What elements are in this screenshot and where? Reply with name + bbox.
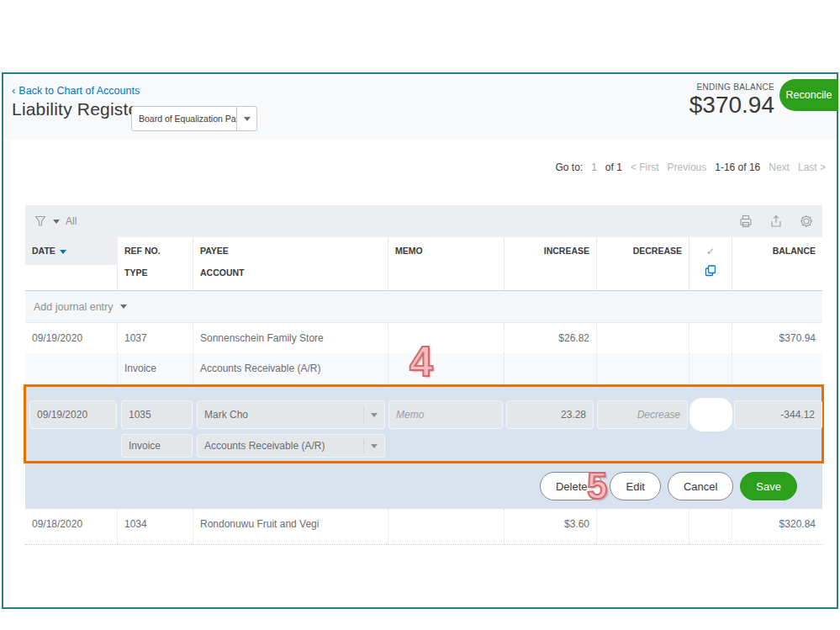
page-title: Liability Register <box>12 99 145 119</box>
column-header-check: ✓ <box>689 237 732 290</box>
account-header-label: ACCOUNT <box>200 267 245 278</box>
ref-header-label: REF NO. <box>124 246 161 256</box>
cell-payee: Sonnenschein Family Store <box>193 323 388 353</box>
column-header-refno-type: REF NO. TYPE <box>118 237 193 290</box>
save-button[interactable]: Save <box>740 472 797 500</box>
filter-bar: All <box>25 205 822 237</box>
annotation-step-5: 5 <box>587 465 607 507</box>
cell-date: 09/19/2020 <box>25 323 118 353</box>
back-link-label: Back to Chart of Accounts <box>18 85 140 97</box>
edit-type-value: Invoice <box>121 434 193 458</box>
sort-descending-icon <box>60 250 66 254</box>
cell-empty <box>25 353 118 384</box>
pagination: Go to: 1 of 1 < First Previous 1-16 of 1… <box>555 161 826 173</box>
row-range-label: 1-16 of 16 <box>715 161 760 173</box>
type-header-label: TYPE <box>124 267 147 278</box>
cell-increase: $26.82 <box>505 323 597 353</box>
add-journal-entry-button[interactable]: Add journal entry <box>25 291 822 323</box>
edit-button[interactable]: Edit <box>610 472 660 500</box>
cell-decrease <box>597 323 689 353</box>
page-count-label: of 1 <box>605 161 622 173</box>
page-number-input[interactable]: 1 <box>591 161 597 173</box>
cell-check <box>689 509 732 544</box>
liability-register-panel: ‹Back to Chart of Accounts Liability Reg… <box>2 72 838 609</box>
first-page-link[interactable]: < First <box>631 161 659 173</box>
chevron-down-icon <box>236 107 256 130</box>
add-journal-entry-label: Add journal entry <box>34 301 114 313</box>
cancel-button[interactable]: Cancel <box>668 472 733 500</box>
cell-empty <box>388 353 505 384</box>
cell-date: 09/18/2020 <box>25 509 118 544</box>
cell-ref: 1037 <box>118 323 193 353</box>
edit-actions-bar: Delete Edit Cancel Save <box>25 463 822 509</box>
edit-memo-field[interactable] <box>388 400 503 429</box>
column-header-memo: MEMO <box>388 237 505 290</box>
back-chevron-icon: ‹ <box>12 84 15 97</box>
filter-all-label: All <box>66 215 77 227</box>
payee-header-label: PAYEE <box>200 246 229 256</box>
edit-memo-input[interactable] <box>396 409 495 421</box>
edit-refno-field[interactable] <box>121 400 193 429</box>
column-header-date[interactable]: DATE <box>25 237 118 290</box>
cell-type: Invoice <box>118 353 193 384</box>
edit-decrease-input[interactable] <box>605 409 680 421</box>
column-header-payee-account: PAYEE ACCOUNT <box>193 237 388 290</box>
edit-refno-input[interactable] <box>129 409 185 421</box>
edit-increase-field[interactable] <box>506 400 594 429</box>
export-icon[interactable] <box>769 214 784 229</box>
table-row[interactable]: 09/18/2020 1034 Rondonuwu Fruit and Vegi… <box>25 509 822 545</box>
account-selector-dropdown[interactable]: Board of Equalization Payab <box>131 106 257 131</box>
filter-funnel-icon[interactable] <box>34 214 47 228</box>
annotation-step-4: 4 <box>409 337 433 386</box>
cell-increase: $3.60 <box>505 509 597 544</box>
checkmark-icon: ✓ <box>706 246 715 257</box>
last-page-link[interactable]: Last > <box>798 161 826 173</box>
balance-header-label: BALANCE <box>773 246 816 256</box>
account-selector-value: Board of Equalization Payab <box>132 114 236 124</box>
chevron-down-icon[interactable] <box>363 406 378 422</box>
previous-page-link[interactable]: Previous <box>668 161 707 173</box>
goto-label: Go to: <box>555 161 583 173</box>
date-header-label: DATE <box>32 246 55 256</box>
ending-balance-value: $370.94 <box>689 92 774 119</box>
ending-balance-label: ENDING BALANCE <box>696 82 774 92</box>
cell-payee: Rondonuwu Fruit and Vegi <box>193 509 388 544</box>
cell-empty <box>505 353 597 384</box>
decrease-header-label: DECREASE <box>633 246 682 256</box>
edit-decrease-field[interactable] <box>597 400 688 429</box>
column-header-balance: BALANCE <box>732 237 822 290</box>
reconcile-button[interactable]: Reconcile <box>779 79 838 111</box>
column-header-increase: INCREASE <box>505 237 597 290</box>
edit-account-dropdown[interactable]: Accounts Receivable (A/R) <box>197 434 385 458</box>
cell-balance: $370.94 <box>732 323 822 353</box>
cell-memo <box>388 509 505 544</box>
edit-payee-dropdown[interactable]: Mark Cho <box>197 400 385 429</box>
chevron-down-icon[interactable] <box>363 439 378 453</box>
cell-decrease <box>597 509 689 544</box>
edit-increase-input[interactable] <box>514 409 586 421</box>
edit-date-field[interactable] <box>29 400 117 429</box>
edit-date-input[interactable] <box>37 409 109 421</box>
memo-header-label: MEMO <box>395 246 423 256</box>
back-to-chart-of-accounts-link[interactable]: ‹Back to Chart of Accounts <box>12 84 140 97</box>
add-entry-chevron-down-icon <box>120 304 127 309</box>
cell-ref: 1034 <box>118 509 193 544</box>
print-icon[interactable] <box>738 214 753 229</box>
next-page-link[interactable]: Next <box>769 161 790 173</box>
settings-gear-icon[interactable] <box>799 214 814 229</box>
cell-empty <box>689 353 732 384</box>
cell-empty <box>732 353 822 384</box>
cell-memo <box>388 323 505 353</box>
cell-check <box>689 323 732 353</box>
edit-row-highlight-box: Mark Cho -344.12 Invoice Accounts Receiv… <box>24 384 824 463</box>
cell-account: Accounts Receivable (A/R) <box>193 353 388 384</box>
column-header-decrease: DECREASE <box>597 237 689 290</box>
edit-reconcile-checkbox[interactable] <box>689 398 732 431</box>
increase-header-label: INCREASE <box>544 246 589 256</box>
cell-empty <box>597 353 689 384</box>
table-header-row: DATE REF NO. TYPE PAYEE ACCOUNT MEMO INC… <box>25 237 822 291</box>
edit-balance-value: -344.12 <box>734 400 822 429</box>
copy-icon[interactable] <box>704 264 717 279</box>
filter-chevron-down-icon[interactable] <box>53 220 60 224</box>
cell-balance: $320.84 <box>732 509 822 544</box>
